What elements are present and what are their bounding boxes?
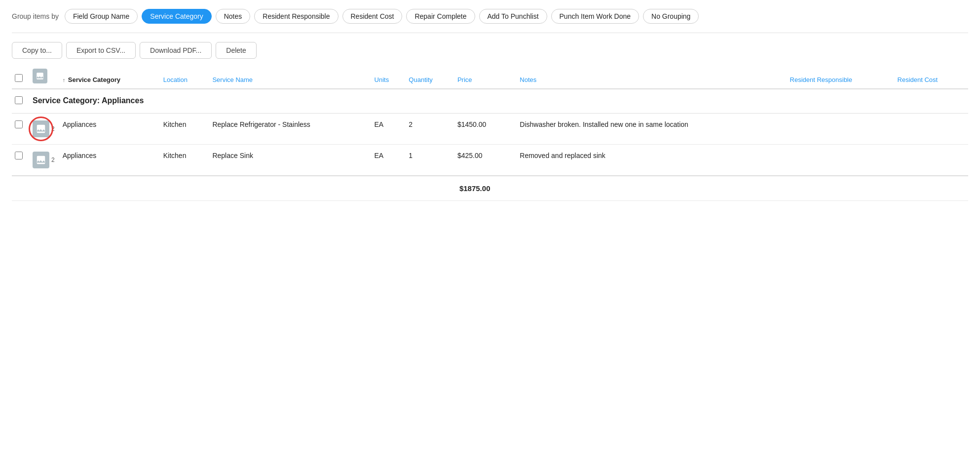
image-column-icon <box>33 69 47 83</box>
row1-image-thumb-wrapper[interactable] <box>33 120 49 137</box>
total-value: $1875.00 <box>454 176 517 201</box>
table-row: 2 Appliances Kitchen Replace Sink EA 1 $… <box>12 145 968 176</box>
row1-location: Kitchen <box>160 114 210 145</box>
col-header-service-category[interactable]: ↑ Service Category <box>60 64 160 89</box>
col-header-notes[interactable]: Notes <box>517 64 787 89</box>
select-all-checkbox[interactable] <box>15 74 23 82</box>
row2-service-category: Appliances <box>60 145 160 176</box>
row1-service-name: Replace Refrigerator - Stainless <box>209 114 371 145</box>
row1-resident-cost <box>895 114 968 145</box>
group-btn-add-to-punchlist[interactable]: Add To Punchlist <box>479 9 547 24</box>
col-header-service-name[interactable]: Service Name <box>209 64 371 89</box>
group-header-appliances: Service Category: Appliances <box>12 89 968 114</box>
group-btn-service-category[interactable]: Service Category <box>142 9 211 24</box>
row2-location: Kitchen <box>160 145 210 176</box>
download-pdf-button[interactable]: Download PDF... <box>140 42 212 59</box>
sort-arrow-icon: ↑ <box>63 77 66 83</box>
col-header-resident-cost[interactable]: Resident Cost <box>895 64 968 89</box>
row1-units: EA <box>372 114 406 145</box>
row1-service-category: Appliances <box>60 114 160 145</box>
group-btn-no-grouping[interactable]: No Grouping <box>643 9 699 24</box>
group-btn-resident-responsible[interactable]: Resident Responsible <box>254 9 338 24</box>
row1-image-count: 2 <box>51 125 55 132</box>
row1-quantity: 2 <box>406 114 454 145</box>
col-header-quantity[interactable]: Quantity <box>406 64 454 89</box>
group-btn-punch-item-work-done[interactable]: Punch Item Work Done <box>551 9 639 24</box>
action-bar: Copy to... Export to CSV... Download PDF… <box>12 33 968 59</box>
row2-price: $425.00 <box>454 145 517 176</box>
copy-to-button[interactable]: Copy to... <box>12 42 62 59</box>
group-btn-repair-complete[interactable]: Repair Complete <box>406 9 475 24</box>
row1-checkbox[interactable] <box>15 120 23 128</box>
col-header-price[interactable]: Price <box>454 64 517 89</box>
row1-image-thumb <box>33 120 49 137</box>
row2-resident-cost <box>895 145 968 176</box>
group-header-checkbox[interactable] <box>15 96 23 104</box>
row2-units: EA <box>372 145 406 176</box>
row2-service-name: Replace Sink <box>209 145 371 176</box>
row2-image-thumb[interactable] <box>33 152 49 168</box>
group-btn-field-group-name[interactable]: Field Group Name <box>65 9 138 24</box>
row2-checkbox[interactable] <box>15 152 23 159</box>
group-btn-notes[interactable]: Notes <box>216 9 251 24</box>
export-csv-button[interactable]: Export to CSV... <box>66 42 136 59</box>
col-header-resident-responsible[interactable]: Resident Responsible <box>787 64 895 89</box>
row2-image-count: 2 <box>51 157 55 163</box>
col-header-units[interactable]: Units <box>372 64 406 89</box>
table-header-row: ↑ Service Category Location Service Name… <box>12 64 968 89</box>
main-table: ↑ Service Category Location Service Name… <box>12 64 968 201</box>
col-header-location[interactable]: Location <box>160 64 210 89</box>
row1-notes: Dishwasher broken. Installed new one in … <box>517 114 787 145</box>
total-row: $1875.00 <box>12 176 968 201</box>
row2-quantity: 1 <box>406 145 454 176</box>
group-header-label: Service Category: Appliances <box>33 96 144 105</box>
group-items-bar: Group items by Field Group Name Service … <box>12 9 968 24</box>
row2-resident-responsible <box>787 145 895 176</box>
group-items-label: Group items by <box>12 12 59 20</box>
row1-image-cell: 2 <box>33 120 55 137</box>
delete-button[interactable]: Delete <box>216 42 256 59</box>
row1-price: $1450.00 <box>454 114 517 145</box>
group-btn-resident-cost[interactable]: Resident Cost <box>342 9 403 24</box>
row2-image-cell: 2 <box>33 152 55 168</box>
row1-resident-responsible <box>787 114 895 145</box>
table-row: 2 Appliances Kitchen Replace Refrigerato… <box>12 114 968 145</box>
row2-notes: Removed and replaced sink <box>517 145 787 176</box>
